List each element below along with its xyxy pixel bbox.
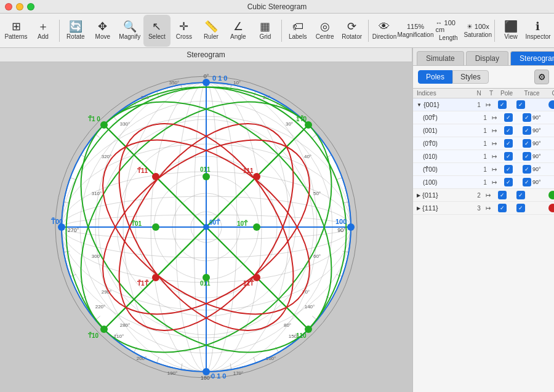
tool-rotate[interactable]: 🔄 Rotate [62,15,89,47]
svg-text:320°: 320° [102,154,112,159]
svg-text:40°: 40° [304,154,311,159]
tab-display[interactable]: Display [466,51,508,65]
svg-text:180°: 180° [201,375,212,381]
tool-label: Cross [176,33,192,40]
sub-tab-styles[interactable]: Styles [452,70,489,84]
col-c: C [548,90,554,97]
tool-label: Direction [372,33,396,40]
add-icon: ＋ [38,21,49,32]
svg-text:90°: 90° [337,227,346,233]
table-row[interactable]: ▼ {001} 1 ↦ ✓ ✓ ✓ [413,98,554,111]
tool-rotator[interactable]: ⟳ Rotator [339,15,366,47]
tool-move[interactable]: ✥ Move [89,15,116,47]
svg-point-103 [100,121,108,129]
sub-tab-poles[interactable]: Poles [418,70,452,84]
saturation-icon: ☀ 100x [467,23,489,30]
gear-button[interactable]: ⚙ [534,70,549,84]
svg-point-102 [203,224,209,230]
svg-text:00T̄: 00T̄ [209,218,220,226]
tool-magnify[interactable]: 🔍 Magnify [116,15,143,47]
tool-add[interactable]: ＋ Add [30,15,57,47]
sep3 [368,20,369,42]
tool-angle[interactable]: ∠ Angle [225,15,252,47]
svg-point-114 [152,274,159,281]
svg-text:T̄10: T̄10 [87,332,99,339]
table-row[interactable]: ▶ {011} 2 ↦ ✓ ✓ ✓ [413,189,554,202]
stereogram-canvas[interactable]: 0° 90° 180° 270° 10° 20° 30° 40° 50° 60°… [0,62,412,392]
svg-text:80°: 80° [284,322,291,328]
row-label-001: ▼ {001} [417,101,472,108]
svg-point-101 [347,223,355,231]
svg-point-113 [253,274,260,281]
sep2 [281,20,282,42]
svg-point-98 [203,79,210,86]
tab-stereogram[interactable]: Stereogram [510,51,554,65]
tool-label: Ruler [204,33,219,40]
tool-magnification[interactable]: 115% Magnification [398,15,433,47]
svg-text:50°: 50° [313,191,321,196]
svg-point-106 [100,326,108,333]
titlebar: Cubic Stereogram [0,0,554,14]
svg-text:0°: 0° [204,73,209,79]
main-area: Stereogram [0,48,412,392]
tool-view[interactable]: ⬛ View [497,15,524,47]
tool-label: Select [148,33,166,40]
tool-cross[interactable]: ✛ Cross [171,15,198,47]
table-row[interactable]: (100) 1 ↦ ✓ ✓ 90° ✓ [413,176,554,189]
trace-check-sub1[interactable]: ✓ [523,113,531,122]
svg-text:170°: 170° [233,370,244,376]
tool-labels[interactable]: 🏷 Labels [284,15,311,47]
labels-icon: 🏷 [292,21,303,32]
tool-length[interactable]: ↔ 100 cm Length [433,15,464,47]
svg-text:310°: 310° [92,191,102,196]
svg-text:011: 011 [200,166,211,173]
tool-select[interactable]: ↖ Select [143,15,171,47]
table-row[interactable]: (00T̄) 1 ↦ ✓ ✓ 90° ✓ [413,111,554,124]
svg-text:111: 111 [243,167,254,174]
minimize-button[interactable] [16,3,23,10]
tool-saturation[interactable]: ☀ 100x Saturation [464,15,492,47]
cross-icon: ✛ [179,21,188,32]
svg-text:0 1 0: 0 1 0 [211,372,226,380]
tool-grid[interactable]: ▦ Grid [252,15,279,47]
close-button[interactable] [5,3,12,10]
table-row[interactable]: (0T̄0) 1 ↦ ✓ ✓ 90° ✓ [413,137,554,150]
svg-text:T̄11: T̄11 [137,167,148,174]
svg-text:220°: 220° [95,304,106,310]
right-panel: Simulate Display Stereogram Poles Styles… [412,48,554,392]
svg-point-111 [152,173,159,180]
svg-text:330°: 330° [120,121,130,127]
tool-label: Patterns [4,33,27,40]
tool-patterns[interactable]: ⊞ Patterns [2,15,30,47]
tool-inspector[interactable]: ℹ Inspector [524,15,552,47]
svg-point-108 [253,223,260,231]
pole-check-sub1[interactable]: ✓ [504,113,513,122]
window-title: Cubic Stereogram [247,2,307,11]
svg-point-112 [253,173,260,180]
maximize-button[interactable] [27,3,34,10]
table-row[interactable]: ▶ {111} 3 ↦ ✓ ✓ ✓ [413,202,554,215]
rotator-icon: ⟳ [347,21,356,32]
tool-direction[interactable]: 👁 Direction [371,15,398,47]
sub-tab-group: Poles Styles [418,70,489,84]
svg-text:1T̄0: 1T̄0 [296,115,307,122]
svg-text:30°: 30° [286,121,293,127]
svg-text:T̄01: T̄01 [130,220,142,227]
tool-centre[interactable]: ◎ Centre [311,15,339,47]
pole-check-001[interactable]: ✓ [498,100,507,109]
svg-text:140°: 140° [305,304,315,310]
move-icon: ✥ [98,21,107,32]
tool-label: Saturation [464,31,492,38]
rotate-icon: 🔄 [69,21,82,32]
ruler-icon: 📏 [204,21,218,32]
svg-text:011: 011 [200,280,211,287]
table-row[interactable]: (001) 1 ↦ ✓ ✓ 90° ✓ [413,124,554,137]
table-row[interactable]: (T̄00) 1 ↦ ✓ ✓ 90° ✓ [413,163,554,176]
table-row[interactable]: (010) 1 ↦ ✓ ✓ 90° ✓ [413,150,554,163]
tab-simulate[interactable]: Simulate [417,51,464,65]
table-header: Indices N T Pole Trace C V [413,89,554,98]
color-dot-001[interactable] [548,100,554,109]
trace-check-001[interactable]: ✓ [516,100,525,109]
tool-label: Labels [289,33,307,40]
tool-ruler[interactable]: 📏 Ruler [198,15,225,47]
